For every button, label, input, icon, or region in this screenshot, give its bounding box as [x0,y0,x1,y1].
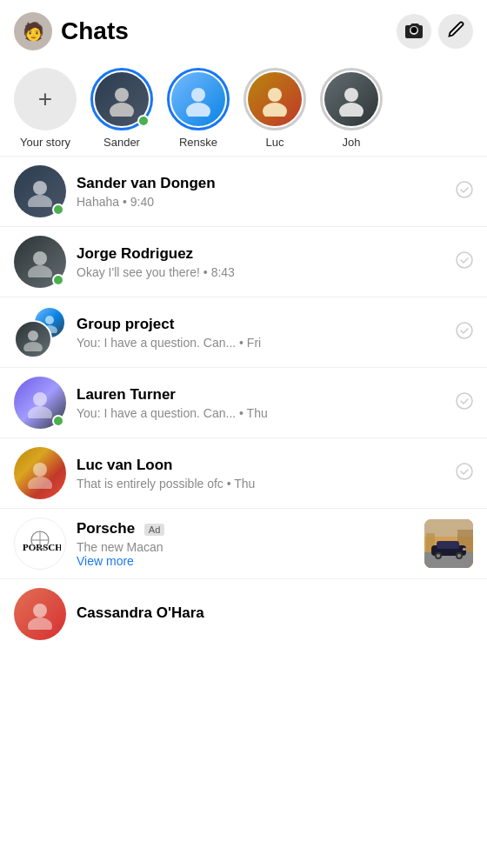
svg-rect-38 [463,548,466,551]
chat-item-group[interactable]: Group project You: I have a question. Ca… [0,297,487,367]
chat-avatar-wrapper [14,377,66,429]
story-item-luc[interactable]: Luc [244,68,306,149]
chat-info: Porsche Ad The new Macan View more [77,520,417,568]
chat-item-jorge[interactable]: Jorge Rodriguez Okay I'll see you there!… [0,227,487,297]
chat-preview: Okay I'll see you there! • 8:43 [77,265,449,279]
chat-preview: You: I have a question. Can... • Fri [77,336,449,350]
chat-info: Cassandra O'Hara [77,604,473,624]
online-indicator [137,115,150,127]
chat-name: Jorge Rodriguez [77,245,449,263]
chat-avatar-wrapper: PORSCHE [14,517,66,570]
svg-point-36 [437,554,440,558]
chat-name: Luc van Loon [77,457,449,474]
chat-item-lauren[interactable]: Lauren Turner You: I have a question. Ca… [0,368,487,437]
chat-preview: That is entirely possible ofc • Thu [77,477,449,491]
story-label: Sander [103,136,140,149]
read-check-icon [456,322,473,344]
chat-name: Lauren Turner [77,386,449,404]
page-title: Chats [61,17,397,45]
story-label: Renske [179,136,217,149]
svg-point-16 [28,331,38,341]
chat-item-sander[interactable]: Sander van Dongen Hahaha • 9:40 [0,157,487,226]
chat-preview: The new Macan [77,540,417,554]
chat-name: Sander van Dongen [77,175,449,192]
chat-name: Porsche Ad [77,520,417,537]
chat-info: Sander van Dongen Hahaha • 9:40 [77,175,449,209]
add-story-button[interactable]: + [14,68,77,130]
svg-point-6 [344,88,358,102]
svg-point-12 [28,265,52,277]
add-story-item[interactable]: + Your story [14,68,77,149]
svg-point-11 [33,251,47,265]
svg-point-40 [28,618,52,630]
user-avatar[interactable]: 🧑 [14,12,52,50]
chat-preview: You: I have a question. Can... • Thu [77,406,449,420]
camera-icon [404,21,424,43]
svg-point-1 [110,103,134,117]
chat-name: Cassandra O'Hara [77,604,473,622]
chat-info: Group project You: I have a question. Ca… [77,316,449,350]
svg-point-24 [457,464,472,479]
svg-point-5 [263,103,287,117]
chat-avatar-wrapper [14,165,66,217]
svg-point-10 [457,182,472,197]
chat-info: Jorge Rodriguez Okay I'll see you there!… [77,245,449,279]
chat-avatar-wrapper [14,447,66,499]
online-indicator [52,204,64,216]
chat-list: Sander van Dongen Hahaha • 9:40 Jorge Ro… [0,157,487,649]
chat-preview: Hahaha • 9:40 [77,195,449,209]
your-story-label: Your story [20,136,70,149]
svg-text:PORSCHE: PORSCHE [23,542,61,552]
story-avatar [324,72,378,126]
story-item-sander[interactable]: Sander [90,68,153,149]
story-avatar [248,72,302,126]
group-avatar-wrapper [14,306,66,358]
chat-item-porsche[interactable]: PORSCHE Porsche Ad The new Macan View mo… [0,509,487,578]
story-label: Joh [343,136,361,149]
story-item-joh[interactable]: Joh [320,68,383,149]
read-check-icon [456,463,473,484]
chat-avatar-wrapper [14,588,66,640]
chat-info: Luc van Loon That is entirely possible o… [77,457,449,491]
svg-point-23 [28,477,52,489]
story-ring [244,68,306,130]
header: 🧑 Chats [0,0,487,59]
story-avatar-wrapper [90,68,153,130]
svg-point-7 [339,103,364,117]
story-ring [320,68,383,130]
online-indicator [52,274,64,286]
story-item-renske[interactable]: Renske [167,68,230,149]
svg-point-17 [23,342,43,351]
svg-point-18 [457,323,472,338]
chat-name: Group project [77,316,449,333]
header-actions [397,14,473,49]
svg-point-8 [33,181,47,195]
read-check-icon [456,251,473,273]
svg-point-0 [115,88,129,102]
edit-icon [447,21,464,43]
svg-point-2 [191,88,205,102]
story-avatar-wrapper [167,68,230,130]
svg-point-13 [457,252,472,268]
camera-button[interactable] [397,14,431,49]
ad-badge: Ad [144,524,164,536]
story-avatar-wrapper [244,68,306,130]
svg-point-20 [28,406,52,418]
read-check-icon [456,392,473,414]
svg-point-19 [33,392,47,406]
chat-item-cassandra[interactable]: Cassandra O'Hara [0,579,487,649]
story-avatar-wrapper [320,68,383,130]
chat-avatar-wrapper [14,236,66,288]
story-label: Luc [266,136,284,149]
svg-point-39 [33,604,47,618]
read-check-icon [456,181,473,203]
svg-point-3 [186,103,210,117]
story-ring [167,68,230,130]
compose-button[interactable] [438,14,473,49]
chat-item-luc[interactable]: Luc van Loon That is entirely possible o… [0,438,487,508]
view-more-link[interactable]: View more [77,554,417,568]
online-indicator [52,415,64,427]
chat-info: Lauren Turner You: I have a question. Ca… [77,386,449,420]
svg-point-21 [457,393,472,409]
svg-point-22 [33,463,47,477]
